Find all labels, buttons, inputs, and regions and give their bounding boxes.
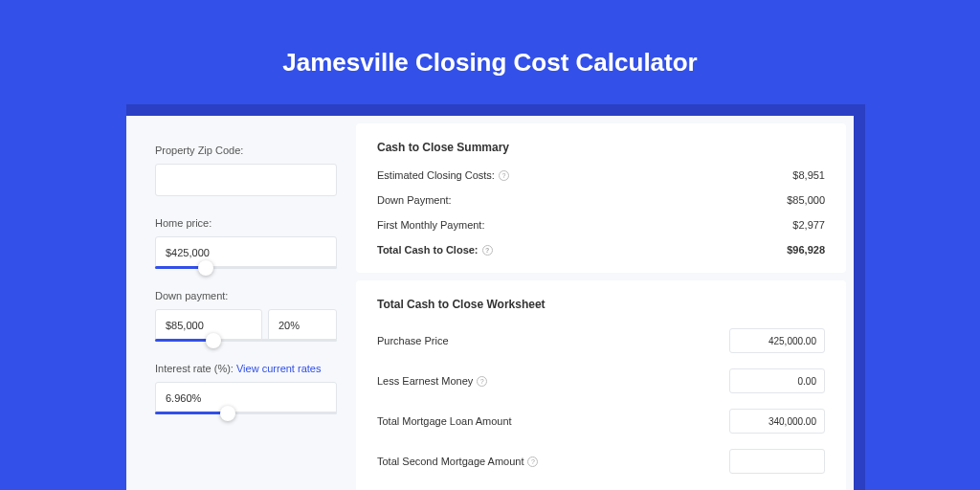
rate-input[interactable]	[155, 382, 337, 414]
down-slider[interactable]	[155, 339, 337, 342]
worksheet-label-text: Purchase Price	[377, 335, 449, 346]
summary-label-text: Estimated Closing Costs:	[377, 169, 495, 181]
down-percent-input[interactable]	[268, 309, 337, 342]
rate-label: Interest rate (%): View current rates	[155, 363, 337, 374]
panel-shadow: Property Zip Code: Home price: Down paym…	[126, 104, 854, 490]
summary-total-label: Total Cash to Close:	[377, 244, 479, 256]
worksheet-row-second-mortgage: Total Second Mortgage Amount ?	[377, 449, 825, 474]
results-column: Cash to Close Summary Estimated Closing …	[356, 116, 854, 490]
rate-label-text: Interest rate (%):	[155, 363, 236, 374]
calculator-card: Property Zip Code: Home price: Down paym…	[126, 116, 854, 490]
zip-label: Property Zip Code:	[155, 145, 337, 156]
help-icon[interactable]: ?	[499, 170, 509, 181]
worksheet-row-mortgage-amount: Total Mortgage Loan Amount	[377, 409, 825, 434]
price-slider[interactable]	[155, 266, 337, 269]
summary-label-text: First Monthly Payment:	[377, 219, 484, 231]
rate-slider-thumb[interactable]	[220, 406, 235, 421]
summary-box: Cash to Close Summary Estimated Closing …	[356, 123, 846, 273]
rate-slider[interactable]	[155, 412, 337, 414]
price-label: Home price:	[155, 217, 337, 229]
summary-value: $85,000	[787, 194, 825, 206]
summary-row-down-payment: Down Payment: $85,000	[377, 194, 825, 206]
worksheet-box: Total Cash to Close Worksheet Purchase P…	[356, 280, 846, 490]
price-field-group: Home price:	[155, 217, 337, 269]
worksheet-title: Total Cash to Close Worksheet	[377, 298, 825, 311]
summary-total-value: $96,928	[787, 244, 825, 256]
down-field-group: Down payment:	[155, 290, 337, 342]
price-input[interactable]	[155, 236, 337, 269]
down-slider-thumb[interactable]	[206, 333, 221, 348]
summary-row-monthly-payment: First Monthly Payment: $2,977	[377, 219, 825, 231]
rate-field-group: Interest rate (%): View current rates	[155, 363, 337, 414]
worksheet-row-purchase-price: Purchase Price	[377, 328, 825, 353]
summary-label-text: Down Payment:	[377, 194, 452, 206]
summary-title: Cash to Close Summary	[377, 141, 825, 154]
worksheet-input-mortgage-amount[interactable]	[729, 409, 825, 434]
view-rates-link[interactable]: View current rates	[236, 363, 321, 374]
worksheet-label-text: Total Mortgage Loan Amount	[377, 415, 512, 427]
help-icon[interactable]: ?	[482, 245, 493, 256]
worksheet-input-second-mortgage[interactable]	[729, 449, 825, 474]
inputs-column: Property Zip Code: Home price: Down paym…	[126, 116, 356, 490]
zip-input[interactable]	[155, 164, 337, 196]
page-title: Jamesville Closing Cost Calculator	[0, 0, 980, 104]
worksheet-label-text: Less Earnest Money	[377, 375, 473, 387]
summary-row-closing-costs: Estimated Closing Costs: ? $8,951	[377, 169, 825, 181]
worksheet-label-text: Total Second Mortgage Amount	[377, 456, 523, 467]
worksheet-row-earnest-money: Less Earnest Money ?	[377, 368, 825, 393]
help-icon[interactable]: ?	[477, 376, 487, 387]
rate-slider-fill	[155, 412, 228, 414]
help-icon[interactable]: ?	[527, 457, 538, 467]
worksheet-input-purchase-price[interactable]	[729, 328, 825, 353]
down-slider-fill	[155, 339, 213, 342]
down-label: Down payment:	[155, 290, 337, 301]
price-slider-thumb[interactable]	[198, 260, 213, 276]
summary-value: $8,951	[792, 169, 825, 181]
zip-field-group: Property Zip Code:	[155, 145, 337, 196]
summary-row-total: Total Cash to Close: ? $96,928	[377, 244, 825, 256]
summary-value: $2,977	[792, 219, 825, 231]
worksheet-input-earnest-money[interactable]	[729, 368, 825, 393]
